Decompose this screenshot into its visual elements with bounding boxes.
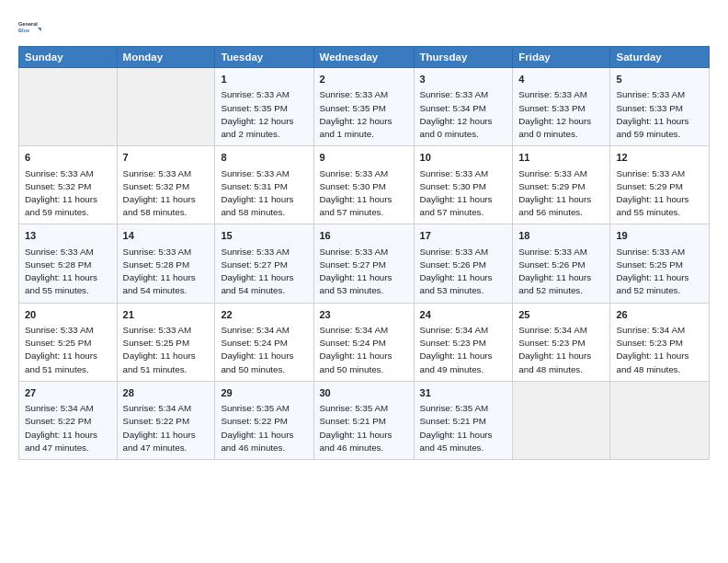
day-number: 7 <box>123 151 210 165</box>
svg-text:Blue: Blue <box>18 28 29 33</box>
page-container: GeneralBlue SundayMondayTuesdayWednesday… <box>0 0 728 469</box>
calendar-cell: 30Sunrise: 5:35 AMSunset: 5:21 PMDayligh… <box>313 381 414 459</box>
day-number: 1 <box>221 73 307 86</box>
logo: GeneralBlue <box>18 15 44 40</box>
day-info: Sunrise: 5:33 AMSunset: 5:34 PMDaylight:… <box>420 88 507 141</box>
day-number: 13 <box>25 229 111 243</box>
day-number: 20 <box>25 308 111 322</box>
calendar-cell: 25Sunrise: 5:34 AMSunset: 5:23 PMDayligh… <box>513 303 610 381</box>
col-header-saturday: Saturday <box>610 47 710 68</box>
day-number: 18 <box>518 229 604 243</box>
calendar-cell: 4Sunrise: 5:33 AMSunset: 5:33 PMDaylight… <box>513 68 610 146</box>
day-number: 21 <box>123 308 210 322</box>
day-info: Sunrise: 5:33 AMSunset: 5:25 PMDaylight:… <box>123 324 210 376</box>
day-number: 6 <box>25 151 111 165</box>
day-number: 29 <box>221 386 307 400</box>
day-number: 8 <box>221 151 307 165</box>
header: GeneralBlue <box>18 15 710 40</box>
calendar-table: SundayMondayTuesdayWednesdayThursdayFrid… <box>18 46 710 460</box>
calendar-cell: 29Sunrise: 5:35 AMSunset: 5:22 PMDayligh… <box>215 381 313 459</box>
col-header-sunday: Sunday <box>19 47 118 68</box>
day-number: 5 <box>616 73 703 86</box>
day-info: Sunrise: 5:33 AMSunset: 5:28 PMDaylight:… <box>25 246 111 298</box>
day-info: Sunrise: 5:34 AMSunset: 5:22 PMDaylight:… <box>25 402 111 454</box>
day-info: Sunrise: 5:33 AMSunset: 5:30 PMDaylight:… <box>320 167 408 220</box>
day-number: 17 <box>420 229 507 243</box>
day-info: Sunrise: 5:34 AMSunset: 5:24 PMDaylight:… <box>320 324 408 376</box>
day-info: Sunrise: 5:33 AMSunset: 5:33 PMDaylight:… <box>616 88 703 141</box>
day-number: 9 <box>320 151 408 165</box>
day-info: Sunrise: 5:33 AMSunset: 5:32 PMDaylight:… <box>123 167 210 220</box>
calendar-cell <box>610 381 710 459</box>
header-row: SundayMondayTuesdayWednesdayThursdayFrid… <box>19 47 710 68</box>
day-number: 22 <box>221 308 307 322</box>
day-number: 30 <box>320 386 408 400</box>
calendar-cell: 11Sunrise: 5:33 AMSunset: 5:29 PMDayligh… <box>513 146 610 224</box>
col-header-thursday: Thursday <box>414 47 513 68</box>
calendar-cell: 22Sunrise: 5:34 AMSunset: 5:24 PMDayligh… <box>215 303 313 381</box>
day-info: Sunrise: 5:33 AMSunset: 5:32 PMDaylight:… <box>25 167 111 220</box>
day-info: Sunrise: 5:33 AMSunset: 5:25 PMDaylight:… <box>616 246 703 298</box>
day-info: Sunrise: 5:34 AMSunset: 5:23 PMDaylight:… <box>616 324 703 376</box>
calendar-cell: 27Sunrise: 5:34 AMSunset: 5:22 PMDayligh… <box>19 381 118 459</box>
day-number: 4 <box>518 73 604 86</box>
calendar-cell: 10Sunrise: 5:33 AMSunset: 5:30 PMDayligh… <box>414 146 513 224</box>
day-info: Sunrise: 5:33 AMSunset: 5:25 PMDaylight:… <box>25 324 111 376</box>
day-info: Sunrise: 5:34 AMSunset: 5:23 PMDaylight:… <box>420 324 507 376</box>
calendar-cell: 26Sunrise: 5:34 AMSunset: 5:23 PMDayligh… <box>610 303 710 381</box>
day-number: 12 <box>616 151 703 165</box>
calendar-cell <box>513 381 610 459</box>
calendar-cell: 2Sunrise: 5:33 AMSunset: 5:35 PMDaylight… <box>313 68 414 146</box>
week-row: 20Sunrise: 5:33 AMSunset: 5:25 PMDayligh… <box>19 303 710 381</box>
svg-text:General: General <box>18 21 38 27</box>
calendar-cell: 20Sunrise: 5:33 AMSunset: 5:25 PMDayligh… <box>19 303 118 381</box>
calendar-cell: 8Sunrise: 5:33 AMSunset: 5:31 PMDaylight… <box>215 146 313 224</box>
day-info: Sunrise: 5:33 AMSunset: 5:27 PMDaylight:… <box>320 246 408 298</box>
calendar-cell <box>19 68 118 146</box>
day-info: Sunrise: 5:35 AMSunset: 5:22 PMDaylight:… <box>221 402 307 454</box>
day-number: 11 <box>518 151 604 165</box>
day-info: Sunrise: 5:33 AMSunset: 5:29 PMDaylight:… <box>616 167 703 220</box>
col-header-monday: Monday <box>117 47 215 68</box>
day-info: Sunrise: 5:35 AMSunset: 5:21 PMDaylight:… <box>420 402 507 454</box>
calendar-cell: 15Sunrise: 5:33 AMSunset: 5:27 PMDayligh… <box>215 224 313 303</box>
calendar-cell: 19Sunrise: 5:33 AMSunset: 5:25 PMDayligh… <box>610 224 710 303</box>
day-info: Sunrise: 5:33 AMSunset: 5:29 PMDaylight:… <box>518 167 604 220</box>
calendar-cell: 13Sunrise: 5:33 AMSunset: 5:28 PMDayligh… <box>19 224 118 303</box>
day-info: Sunrise: 5:35 AMSunset: 5:21 PMDaylight:… <box>320 402 408 454</box>
day-number: 14 <box>123 229 210 243</box>
day-info: Sunrise: 5:34 AMSunset: 5:22 PMDaylight:… <box>123 402 210 454</box>
logo-icon: GeneralBlue <box>18 15 44 40</box>
calendar-cell: 28Sunrise: 5:34 AMSunset: 5:22 PMDayligh… <box>117 381 215 459</box>
calendar-cell: 14Sunrise: 5:33 AMSunset: 5:28 PMDayligh… <box>117 224 215 303</box>
day-info: Sunrise: 5:34 AMSunset: 5:23 PMDaylight:… <box>518 324 604 376</box>
calendar-cell: 16Sunrise: 5:33 AMSunset: 5:27 PMDayligh… <box>313 224 414 303</box>
day-info: Sunrise: 5:33 AMSunset: 5:30 PMDaylight:… <box>420 167 507 220</box>
day-number: 31 <box>420 386 507 400</box>
calendar-cell: 7Sunrise: 5:33 AMSunset: 5:32 PMDaylight… <box>117 146 215 224</box>
week-row: 6Sunrise: 5:33 AMSunset: 5:32 PMDaylight… <box>19 146 710 224</box>
calendar-cell: 3Sunrise: 5:33 AMSunset: 5:34 PMDaylight… <box>414 68 513 146</box>
day-number: 26 <box>616 308 703 322</box>
calendar-cell: 23Sunrise: 5:34 AMSunset: 5:24 PMDayligh… <box>313 303 414 381</box>
calendar-cell: 31Sunrise: 5:35 AMSunset: 5:21 PMDayligh… <box>414 381 513 459</box>
calendar-cell: 12Sunrise: 5:33 AMSunset: 5:29 PMDayligh… <box>610 146 710 224</box>
col-header-tuesday: Tuesday <box>215 47 313 68</box>
week-row: 13Sunrise: 5:33 AMSunset: 5:28 PMDayligh… <box>19 224 710 303</box>
day-number: 2 <box>320 73 408 86</box>
calendar-cell: 18Sunrise: 5:33 AMSunset: 5:26 PMDayligh… <box>513 224 610 303</box>
col-header-friday: Friday <box>513 47 610 68</box>
day-info: Sunrise: 5:33 AMSunset: 5:28 PMDaylight:… <box>123 246 210 298</box>
day-number: 3 <box>420 73 507 86</box>
day-number: 25 <box>518 308 604 322</box>
day-info: Sunrise: 5:34 AMSunset: 5:24 PMDaylight:… <box>221 324 307 376</box>
day-number: 10 <box>420 151 507 165</box>
day-number: 23 <box>320 308 408 322</box>
calendar-cell: 21Sunrise: 5:33 AMSunset: 5:25 PMDayligh… <box>117 303 215 381</box>
day-number: 28 <box>123 386 210 400</box>
day-info: Sunrise: 5:33 AMSunset: 5:31 PMDaylight:… <box>221 167 307 220</box>
day-info: Sunrise: 5:33 AMSunset: 5:27 PMDaylight:… <box>221 246 307 298</box>
day-info: Sunrise: 5:33 AMSunset: 5:35 PMDaylight:… <box>221 88 307 141</box>
day-info: Sunrise: 5:33 AMSunset: 5:26 PMDaylight:… <box>420 246 507 298</box>
calendar-cell <box>117 68 215 146</box>
